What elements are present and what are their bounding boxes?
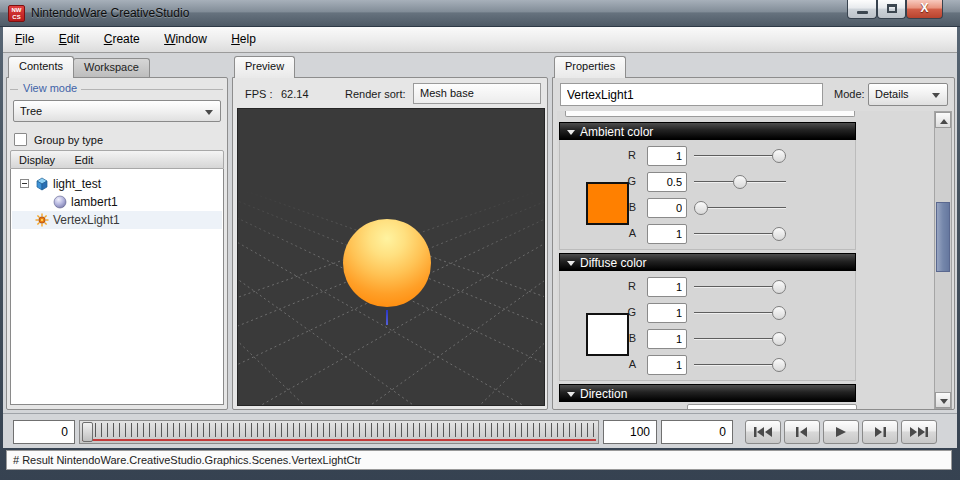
collapse-triangle-icon — [567, 261, 575, 266]
channel-slider[interactable] — [694, 300, 786, 326]
direction-field-partial[interactable] — [687, 404, 857, 409]
slider-thumb[interactable] — [772, 280, 786, 294]
properties-scrollbar[interactable] — [934, 111, 952, 409]
tree-toolbar-display[interactable]: Display — [11, 151, 63, 166]
play-icon — [835, 426, 847, 438]
play-button[interactable] — [823, 420, 859, 444]
status-text: # Result NintendoWare.CreativeStudio.Gra… — [13, 454, 361, 466]
main-area: Contents Workspace View mode Tree Group … — [3, 53, 957, 413]
slider-thumb[interactable] — [772, 227, 786, 241]
tab-contents[interactable]: Contents — [8, 56, 74, 78]
channel-row-b: B — [560, 195, 857, 221]
step-back-button[interactable] — [784, 420, 820, 444]
scrollbar-thumb[interactable] — [936, 202, 950, 272]
chevron-down-icon — [940, 399, 948, 404]
slider-thumb[interactable] — [772, 332, 786, 346]
channel-row-g: G — [560, 300, 857, 326]
slider-thumb[interactable] — [694, 201, 708, 215]
timeline-ticks — [83, 423, 595, 437]
menu-help[interactable]: Help — [222, 27, 265, 46]
channel-label: B — [612, 332, 636, 344]
tab-properties[interactable]: Properties — [554, 56, 626, 78]
object-name-field[interactable] — [560, 83, 823, 106]
channel-row-b: B — [560, 326, 857, 352]
channel-slider[interactable] — [694, 326, 786, 352]
channel-row-r: R — [560, 143, 857, 169]
chevron-up-icon — [940, 119, 948, 124]
step-forward-button[interactable] — [862, 420, 898, 444]
timeline-slider[interactable] — [79, 420, 599, 444]
channel-slider[interactable] — [694, 169, 786, 195]
menu-create[interactable]: Create — [95, 27, 149, 46]
timeline-bar — [3, 413, 957, 448]
scrolled-field-sliver — [565, 111, 855, 117]
channel-row-g: G — [560, 169, 857, 195]
channel-slider[interactable] — [694, 143, 786, 169]
section-body-ambient: R G — [559, 140, 856, 250]
skip-to-end-button[interactable] — [901, 420, 937, 444]
collapse-triangle-icon — [567, 392, 575, 397]
channel-value-input[interactable] — [647, 172, 687, 192]
minimize-button[interactable] — [847, 0, 877, 19]
section-header-diffuse[interactable]: Diffuse color — [559, 253, 856, 271]
mode-dropdown[interactable]: Details — [868, 83, 948, 106]
channel-slider[interactable] — [694, 352, 786, 378]
app-logo-top: NW — [9, 7, 24, 14]
channel-slider[interactable] — [694, 274, 786, 300]
tree-row-vertexlight1[interactable]: VertexLight1 — [12, 211, 222, 229]
scroll-down-button[interactable] — [935, 392, 951, 408]
timeline-end-field[interactable] — [603, 420, 657, 444]
slider-thumb[interactable] — [772, 306, 786, 320]
scroll-up-button[interactable] — [935, 112, 951, 128]
slider-thumb[interactable] — [733, 175, 747, 189]
menu-window[interactable]: Window — [155, 27, 216, 46]
channel-label: G — [612, 306, 636, 318]
section-header-ambient[interactable]: Ambient color — [559, 122, 856, 140]
channel-value-input[interactable] — [647, 329, 687, 349]
view-mode-dropdown[interactable]: Tree — [13, 100, 221, 122]
skip-to-start-button[interactable] — [745, 420, 781, 444]
channel-value-input[interactable] — [647, 224, 687, 244]
channel-value-input[interactable] — [647, 303, 687, 323]
tree-row-lambert1[interactable]: lambert1 — [12, 193, 222, 211]
menu-edit[interactable]: Edit — [50, 27, 89, 46]
menu-file[interactable]: File — [6, 27, 43, 46]
tab-workspace[interactable]: Workspace — [73, 58, 150, 77]
fps-label: FPS : — [245, 88, 273, 100]
close-button[interactable]: X — [906, 0, 943, 19]
menu-bar: File Edit Create Window Help — [3, 27, 957, 53]
channel-label: A — [612, 358, 636, 370]
channel-value-input[interactable] — [647, 146, 687, 166]
slider-thumb[interactable] — [772, 149, 786, 163]
section-body-diffuse: R G — [559, 271, 856, 381]
channel-label: G — [612, 175, 636, 187]
channel-value-input[interactable] — [647, 355, 687, 375]
channel-slider[interactable] — [694, 195, 786, 221]
render-sort-field[interactable]: Mesh base — [413, 83, 541, 104]
viewport-3d[interactable] — [237, 108, 545, 406]
timeline-current-frame-field[interactable] — [661, 420, 733, 444]
tree-expander-icon[interactable] — [20, 179, 29, 188]
slider-thumb[interactable] — [772, 358, 786, 372]
timeline-start-field[interactable] — [13, 420, 75, 444]
tree-toolbar-edit[interactable]: Edit — [66, 151, 101, 166]
channel-value-input[interactable] — [647, 198, 687, 218]
tree-row-light-test[interactable]: light_test — [12, 175, 222, 193]
timeline-range-marker — [82, 439, 596, 441]
maximize-icon — [887, 4, 897, 13]
view-mode-group-label: View mode — [19, 82, 81, 94]
title-bar[interactable]: NW CS NintendoWare CreativeStudio X — [0, 0, 960, 27]
timeline-thumb[interactable] — [82, 422, 93, 442]
channel-slider[interactable] — [694, 221, 786, 247]
groupbox-line-right — [81, 89, 223, 90]
channel-label: A — [612, 227, 636, 239]
section-header-direction[interactable]: Direction — [559, 384, 856, 402]
app-logo-icon: NW CS — [8, 5, 25, 22]
channel-value-input[interactable] — [647, 277, 687, 297]
scene-tree[interactable]: light_test lambert1 — [10, 169, 224, 405]
group-by-type-checkbox[interactable] — [14, 133, 27, 146]
maximize-button[interactable] — [877, 0, 906, 19]
channel-row-r: R — [560, 274, 857, 300]
tab-preview[interactable]: Preview — [234, 56, 295, 78]
sphere-object[interactable] — [343, 219, 431, 307]
